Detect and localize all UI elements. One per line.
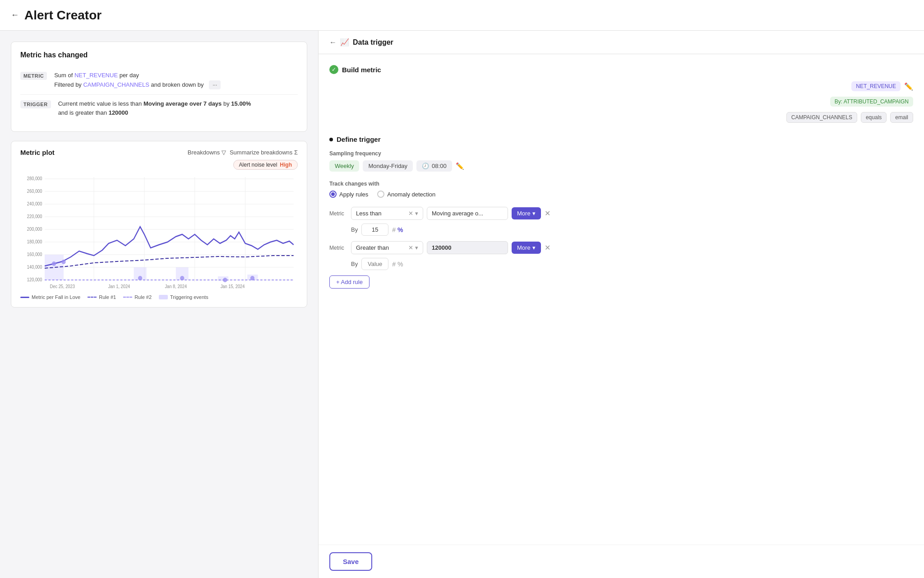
weekly-button[interactable]: Weekly [329,160,359,172]
save-button[interactable]: Save [329,552,372,571]
rule-2-by-unit: # % [392,261,403,268]
rule-1-pct-button[interactable]: % [397,226,403,233]
metric-highlight: NET_REVENUE [74,72,118,79]
rule-2-row: Metric Greater than ✕ ▾ 120000 More ▾ [329,241,913,254]
rule-2-more-button[interactable]: More ▾ [512,242,541,254]
trigger-bold2: 15.00% [231,100,251,107]
rule-1-by-input[interactable] [361,224,388,236]
clock-icon: 🕗 [422,163,429,169]
time-button[interactable]: 🕗 08:00 [416,160,452,172]
apply-rules-radio[interactable]: Apply rules [329,191,368,198]
anomaly-detection-radio[interactable]: Anomaly detection [377,191,435,198]
svg-point-33 [250,276,254,280]
svg-text:180,000: 180,000 [27,239,42,244]
rule-2-pct-button[interactable]: % [397,261,403,268]
legend-dashed2-icon [123,297,132,298]
anomaly-radio-circle [377,191,384,198]
rule-2-by-label: By [351,261,358,267]
apply-rules-label: Apply rules [339,191,368,198]
add-rule-button[interactable]: + Add rule [329,275,370,289]
sampling-label: Sampling frequency [329,150,913,157]
rule-2-container: Metric Greater than ✕ ▾ 120000 More ▾ [329,241,913,270]
right-back-button[interactable]: ← [329,38,337,47]
legend-solid-icon [20,297,29,298]
rule-2-condition-select[interactable]: Greater than ✕ ▾ [351,241,423,254]
rule-1-value-select[interactable]: Moving average o... [427,207,508,220]
freq-row: Weekly Monday-Friday 🕗 08:00 ✏️ [329,160,913,172]
net-revenue-tag[interactable]: NET_REVENUE [851,81,901,91]
campaign-channels-tag[interactable]: CAMPAIGN_CHANNELS [786,112,857,123]
metric-filter-prefix: Filtered by [54,81,83,88]
rule-2-delete-button[interactable]: ✕ [545,243,550,252]
noise-badge: Alert noise level High [233,160,298,170]
svg-point-29 [61,260,65,264]
monday-friday-button[interactable]: Monday-Friday [363,160,413,172]
rule-1-clear-icon[interactable]: ✕ [408,210,413,217]
left-panel: Metric has changed METRIC Sum of NET_REV… [0,31,318,578]
rule-2-arrow-icon[interactable]: ▾ [415,244,418,251]
data-trigger-icon: 📈 [340,38,349,47]
equals-tag: equals [861,112,887,123]
attributed-campaign-tag[interactable]: By: ATTRIBUTED_CAMPAIGN [830,97,913,107]
edit-metric-button[interactable]: ✏️ [904,82,913,91]
rule-1-condition-select[interactable]: Less than ✕ ▾ [351,207,423,220]
rule-1-metric-label: Metric [329,210,347,217]
breakdowns-button[interactable]: Breakdowns ▽ [188,149,226,156]
svg-text:200,000: 200,000 [27,227,42,232]
rule-2-condition-value: Greater than [356,244,389,251]
svg-point-28 [52,261,56,266]
svg-text:120,000: 120,000 [27,277,42,282]
rule-2-hash-button[interactable]: # [392,261,396,268]
metric-label-badge: METRIC [20,72,47,80]
svg-text:160,000: 160,000 [27,252,42,257]
rule-1-by-row: By # % [329,224,913,236]
rule-2-value-select[interactable]: 120000 [427,241,508,254]
build-metric-title: Build metric [342,66,381,74]
back-button[interactable]: ← [11,10,19,20]
rule-1-container: Metric Less than ✕ ▾ Moving average o...… [329,207,913,236]
svg-text:Jan 15, 2024: Jan 15, 2024 [221,284,245,289]
legend-label-2: Rule #1 [99,294,116,300]
trigger-bold3: 120000 [109,109,128,116]
define-trigger-title: Define trigger [337,135,381,143]
rule-2-by-input[interactable] [361,258,388,270]
svg-text:240,000: 240,000 [27,201,42,206]
rule-1-hash-button[interactable]: # [392,226,396,233]
legend-dashed1-icon [88,297,97,298]
svg-text:260,000: 260,000 [27,189,42,194]
summarize-button[interactable]: Summarize breakdowns Σ [230,149,298,156]
right-panel-content: ✓ Build metric NET_REVENUE ✏️ By: ATTRIB… [319,54,924,545]
build-metric-check-icon: ✓ [329,65,338,74]
trigger-value-text: Current metric value is less than Moving… [58,99,251,118]
rule-1-more-button[interactable]: More ▾ [512,207,541,219]
plot-title: Metric plot [20,149,55,156]
sampling-frequency-subsection: Sampling frequency Weekly Monday-Friday … [329,150,913,172]
rule-1-delete-button[interactable]: ✕ [545,209,550,218]
metric-suffix: per day [118,72,139,79]
rule-1-arrow-icon[interactable]: ▾ [415,210,418,217]
app-header: ← Alert Creator [0,0,924,31]
more-button[interactable]: ··· [209,80,221,89]
rule-1-by-unit: # % [392,226,403,233]
rule-2-more-arrow-icon: ▾ [532,244,536,251]
track-label: Track changes with [329,181,913,187]
svg-point-31 [180,276,184,280]
metric-row: METRIC Sum of NET_REVENUE per day Filter… [20,66,298,95]
plot-controls: Breakdowns ▽ Summarize breakdowns Σ [188,149,298,156]
email-tag[interactable]: email [890,112,913,123]
anomaly-label: Anomaly detection [387,191,435,198]
filter-tags: CAMPAIGN_CHANNELS equals email [329,112,913,123]
time-value: 08:00 [432,163,447,169]
metric-prefix: Sum of [54,72,74,79]
rule-1-more-arrow-icon: ▾ [532,210,536,217]
svg-text:220,000: 220,000 [27,214,42,219]
rule-2-clear-icon[interactable]: ✕ [408,244,413,251]
rule-1-more-label: More [517,210,531,217]
right-panel-title: Data trigger [353,38,393,47]
legend-item-4: Triggering events [159,294,208,300]
rule-2-by-row: By # % [329,258,913,270]
trigger-row: TRIGGER Current metric value is less tha… [20,95,298,123]
chart-container: 280,000 260,000 240,000 220,000 200,000 … [20,173,298,291]
svg-rect-22 [45,255,64,280]
edit-freq-button[interactable]: ✏️ [456,162,464,170]
